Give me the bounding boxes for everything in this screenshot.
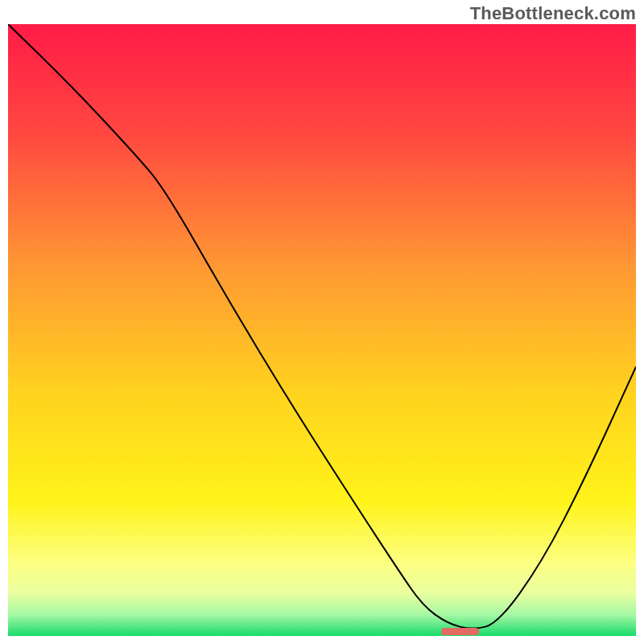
bottleneck-chart bbox=[8, 24, 636, 636]
watermark-text: TheBottleneck.com bbox=[470, 3, 636, 24]
chart-container bbox=[8, 24, 636, 636]
gradient-background bbox=[8, 24, 636, 636]
optimal-range-marker bbox=[441, 628, 479, 635]
